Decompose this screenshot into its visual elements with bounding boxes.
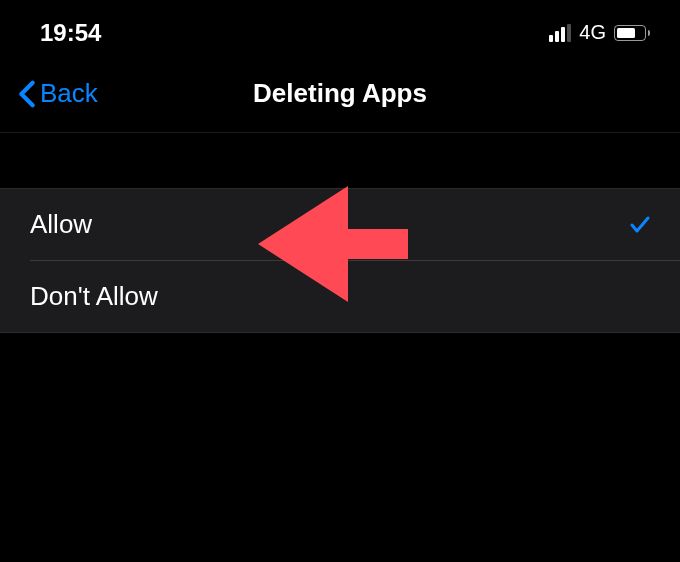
back-label: Back (40, 78, 98, 109)
clock-time: 19:54 (40, 19, 101, 47)
back-button[interactable]: Back (18, 78, 98, 109)
battery-icon (614, 25, 650, 41)
chevron-left-icon (18, 80, 36, 108)
options-list: Allow Don't Allow (0, 188, 680, 333)
status-right: 4G (549, 21, 650, 44)
network-label: 4G (579, 21, 606, 44)
section-spacer (0, 133, 680, 188)
option-allow[interactable]: Allow (30, 189, 680, 261)
option-label: Don't Allow (30, 281, 158, 312)
signal-icon (549, 24, 571, 42)
page-title: Deleting Apps (253, 78, 427, 109)
option-label: Allow (30, 209, 92, 240)
nav-bar: Back Deleting Apps (0, 65, 680, 133)
status-bar: 19:54 4G (0, 0, 680, 65)
checkmark-icon (628, 213, 652, 237)
option-dont-allow[interactable]: Don't Allow (0, 261, 680, 332)
